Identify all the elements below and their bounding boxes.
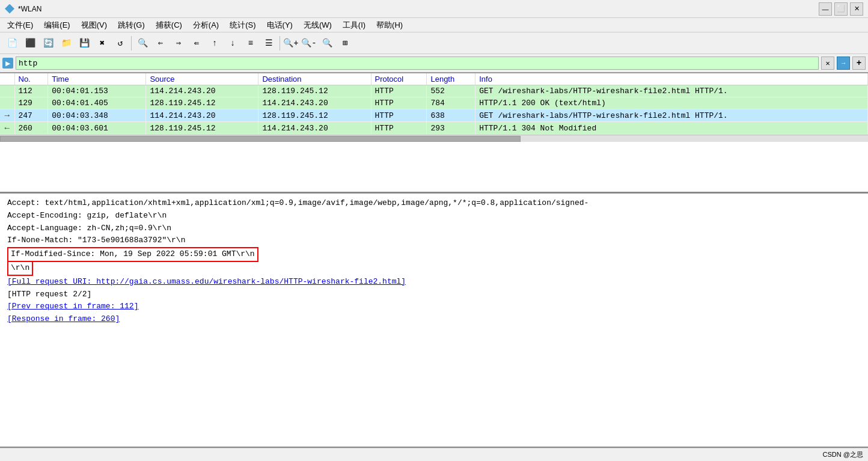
detail-pane: Accept: text/html,application/xhtml+xml,… — [0, 194, 868, 448]
status-text: CSDN @之思 — [823, 450, 863, 459]
cell-destination: 114.214.243.20 — [258, 97, 371, 109]
detail-link[interactable]: [Response in frame: 260] — [7, 314, 120, 323]
packet-list: No. Time Source Destination Protocol Len… — [0, 73, 868, 194]
toolbar-search[interactable]: 🔍 — [134, 35, 151, 52]
toolbar-save[interactable]: 💾 — [76, 35, 93, 52]
detail-line: Accept: text/html,application/xhtml+xml,… — [7, 197, 861, 210]
app-icon — [5, 4, 14, 14]
minimize-button[interactable]: — — [819, 2, 832, 16]
toolbar-open[interactable]: 📁 — [58, 35, 75, 52]
cell-source: 128.119.245.12 — [146, 97, 258, 109]
col-protocol[interactable]: Protocol — [371, 73, 427, 85]
toolbar-back[interactable]: ⇐ — [152, 35, 169, 52]
title-bar-left: *WLAN — [5, 4, 41, 14]
toolbar-new[interactable]: 📄 — [4, 35, 20, 52]
table-row[interactable]: 12900:04:01.405128.119.245.12114.214.243… — [0, 97, 868, 109]
menu-bar: 文件(E) 编辑(E) 视图(V) 跳转(G) 捕获(C) 分析(A) 统计(S… — [0, 18, 868, 32]
toolbar: 📄 ⬛ 🔄 📁 💾 ✖ ↺ 🔍 ⇐ ⇒ ⇚ ↑ ↓ ≡ ☰ 🔍+ 🔍- 🔍 ⊞ — [0, 32, 868, 54]
detail-link[interactable]: [Full request URI: http://gaia.cs.umass.… — [7, 277, 406, 286]
col-destination[interactable]: Destination — [258, 73, 371, 85]
packet-table: No. Time Source Destination Protocol Len… — [0, 73, 868, 135]
toolbar-jump1[interactable]: ⇚ — [188, 35, 205, 52]
row-arrow: → — [0, 109, 14, 122]
table-row[interactable]: ←26000:04:03.601128.119.245.12114.214.24… — [0, 122, 868, 135]
toolbar-sep2 — [280, 36, 280, 50]
cell-destination: 128.119.245.12 — [258, 109, 371, 122]
table-row[interactable]: 11200:04:01.153114.214.243.20128.119.245… — [0, 85, 868, 97]
toolbar-reload[interactable]: 🔄 — [40, 35, 57, 52]
title-bar-text: *WLAN — [18, 5, 41, 13]
menu-tools[interactable]: 工具(I) — [338, 19, 370, 32]
status-bar: CSDN @之思 — [0, 448, 868, 461]
menu-view[interactable]: 视图(V) — [76, 19, 112, 32]
detail-link[interactable]: [Prev request in frame: 112] — [7, 302, 138, 311]
toolbar-stop[interactable]: ⬛ — [22, 35, 38, 52]
maximize-button[interactable]: ⬜ — [834, 2, 848, 16]
toolbar-refresh2[interactable]: ↺ — [112, 35, 129, 52]
col-source[interactable]: Source — [146, 73, 258, 85]
cell-length: 638 — [427, 109, 475, 122]
toolbar-forward[interactable]: ⇒ — [170, 35, 187, 52]
cell-protocol: HTTP — [371, 97, 427, 109]
scrollbar-thumb[interactable] — [0, 136, 521, 142]
col-length[interactable]: Length — [427, 73, 475, 85]
row-arrow — [0, 85, 14, 97]
cell-no: 247 — [14, 109, 48, 122]
toolbar-zoom-reset[interactable]: 🔍 — [319, 35, 335, 52]
cell-info: GET /wireshark-labs/HTTP-wireshark-file2… — [475, 109, 868, 122]
menu-stats[interactable]: 统计(S) — [225, 19, 260, 32]
menu-goto[interactable]: 跳转(G) — [113, 19, 150, 32]
detail-line-highlighted: If-Modified-Since: Mon, 19 Sep 2022 05:5… — [11, 249, 255, 258]
cell-length: 552 — [427, 85, 475, 97]
filter-input[interactable] — [16, 56, 819, 70]
cell-time: 00:04:01.153 — [48, 85, 146, 97]
table-row[interactable]: →24700:04:03.348114.214.243.20128.119.24… — [0, 109, 868, 122]
toolbar-close[interactable]: ✖ — [94, 35, 111, 52]
horizontal-scrollbar[interactable] — [0, 135, 868, 142]
toolbar-align1[interactable]: ≡ — [242, 35, 259, 52]
menu-wireless[interactable]: 无线(W) — [299, 19, 337, 32]
row-arrow: ← — [0, 122, 14, 135]
cell-source: 114.214.243.20 — [146, 85, 258, 97]
cell-destination: 128.119.245.12 — [258, 85, 371, 97]
cell-time: 00:04:01.405 — [48, 97, 146, 109]
menu-edit[interactable]: 编辑(E) — [39, 19, 75, 32]
cell-protocol: HTTP — [371, 85, 427, 97]
cell-source: 128.119.245.12 — [146, 122, 258, 135]
cell-info: GET /wireshark-labs/HTTP-wireshark-file2… — [475, 85, 868, 97]
cell-no: 112 — [14, 85, 48, 97]
menu-analyze[interactable]: 分析(A) — [188, 19, 224, 32]
detail-line: If-None-Match: "173-5e901688a3792"\r\n — [7, 234, 861, 247]
toolbar-sep1 — [131, 36, 132, 50]
col-info[interactable]: Info — [475, 73, 868, 85]
toolbar-jump2[interactable]: ↑ — [206, 35, 223, 52]
cell-time: 00:04:03.348 — [48, 109, 146, 122]
cell-source: 114.214.243.20 — [146, 109, 258, 122]
col-arrow — [0, 73, 14, 85]
cell-protocol: HTTP — [371, 109, 427, 122]
col-no[interactable]: No. — [14, 73, 48, 85]
menu-file[interactable]: 文件(E) — [2, 19, 38, 32]
title-bar-controls[interactable]: — ⬜ ✕ — [819, 2, 863, 16]
toolbar-jump3[interactable]: ↓ — [224, 35, 241, 52]
filter-add-button[interactable]: + — [852, 56, 866, 70]
col-time[interactable]: Time — [48, 73, 146, 85]
packet-table-header: No. Time Source Destination Protocol Len… — [0, 73, 868, 85]
menu-capture[interactable]: 捕获(C) — [151, 19, 187, 32]
menu-telephone[interactable]: 电话(Y) — [262, 19, 298, 32]
filter-nav-button[interactable]: → — [837, 56, 850, 70]
cell-no: 260 — [14, 122, 48, 135]
toolbar-grid[interactable]: ⊞ — [337, 35, 353, 52]
filter-bar: ▶ ✕ → + — [0, 54, 868, 73]
filter-clear-button[interactable]: ✕ — [821, 56, 834, 70]
cell-time: 00:04:03.601 — [48, 122, 146, 135]
detail-line: [HTTP request 2/2] — [7, 289, 861, 301]
toolbar-align2[interactable]: ☰ — [260, 35, 277, 52]
toolbar-zoom-out[interactable]: 🔍- — [301, 35, 317, 52]
cell-no: 129 — [14, 97, 48, 109]
detail-line: Accept-Language: zh-CN,zh;q=0.9\r\n — [7, 222, 861, 235]
toolbar-zoom-in[interactable]: 🔍+ — [283, 35, 299, 52]
menu-help[interactable]: 帮助(H) — [371, 19, 408, 32]
close-button[interactable]: ✕ — [850, 2, 863, 16]
filter-icon: ▶ — [2, 58, 13, 69]
